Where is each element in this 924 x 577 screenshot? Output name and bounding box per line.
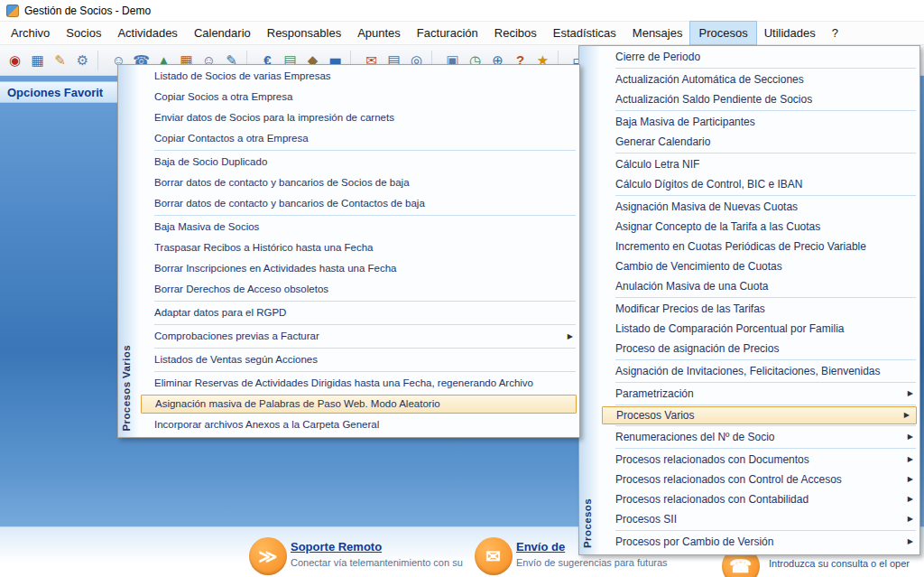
menu-item[interactable]: Enviar datos de Socios para la impresión…: [138, 107, 579, 128]
menu-item[interactable]: Generar Calendario: [599, 132, 919, 152]
menu-item[interactable]: Baja Masiva de Socios: [138, 217, 579, 237]
design-icon[interactable]: ✎: [49, 49, 71, 72]
menubar-item-actividades[interactable]: Actividades: [109, 22, 185, 44]
menu-item[interactable]: Asignación Masiva de Nuevas Cuotas: [599, 197, 919, 217]
separator: [615, 195, 916, 196]
menu-item[interactable]: Baja Masiva de Participantes: [599, 112, 919, 132]
menubar-item-procesos[interactable]: Procesos: [690, 22, 755, 44]
menu-item[interactable]: Incremento en Cuotas Periódicas de Preci…: [599, 237, 919, 256]
separator: [154, 348, 576, 349]
submenu-arrow-icon: ▶: [908, 470, 913, 489]
separator: [615, 448, 916, 449]
menubar-item-recibos[interactable]: Recibos: [486, 22, 545, 44]
menu-item[interactable]: Actualización Automática de Secciones: [599, 70, 919, 89]
menu-item[interactable]: Incorporar archivos Anexos a la Carpeta …: [138, 414, 579, 435]
menu-item[interactable]: Procesos relacionados con Contabilidad ▶: [599, 489, 919, 509]
menu-item[interactable]: Cálculo Dígitos de Control, BIC e IBAN: [599, 174, 919, 194]
menu-item[interactable]: Borrar datos de contacto y bancarios de …: [138, 193, 579, 214]
menu-item-label: Comprobaciones previas a Facturar: [154, 330, 319, 341]
menu-item-asignacion-palabras-paso[interactable]: Asignación masiva de Palabras de Paso We…: [141, 395, 577, 414]
submenu-arrow-icon: ▶: [908, 384, 913, 404]
companies-icon[interactable]: ▦: [26, 49, 49, 72]
titlebar: Gestión de Socios - Demo: [0, 0, 924, 22]
procesos-varios-submenu: Procesos Varios Listado de Socios de var…: [117, 64, 580, 438]
menubar-item-estadisticas[interactable]: Estadísticas: [545, 22, 624, 44]
window-title: Gestión de Socios - Demo: [24, 5, 151, 17]
menubar-item-archivo[interactable]: Archivo: [3, 22, 58, 44]
separator: [154, 301, 576, 302]
menu-item[interactable]: Borrar Derechos de Acceso obsoletos: [138, 279, 579, 300]
menu-item[interactable]: Baja de Socio Duplicado: [138, 152, 579, 172]
menu-item[interactable]: Copiar Contactos a otra Empresa: [138, 128, 579, 149]
menu-item-label: Procesos relacionados con Contabilidad: [615, 493, 808, 506]
menu-item[interactable]: Listado de Comparación Porcentual por Fa…: [599, 319, 919, 339]
menu-item[interactable]: Eliminar Reservas de Actividades Dirigid…: [138, 373, 579, 394]
menubar-item-calendario[interactable]: Calendario: [186, 22, 259, 44]
separator: [615, 153, 916, 154]
menu-item[interactable]: Cálculo Letra NIF: [599, 154, 919, 174]
settings-icon[interactable]: ⚙: [71, 49, 94, 72]
send-suggestions-icon[interactable]: ✉: [475, 537, 513, 575]
menu-item-procesos-varios[interactable]: Procesos Varios ▶: [602, 406, 917, 424]
menu-item[interactable]: Procesos relacionados con Control de Acc…: [599, 470, 919, 489]
menu-item[interactable]: Procesos relacionados con Documentos ▶: [599, 450, 919, 470]
remote-support-icon[interactable]: ≫: [249, 537, 287, 575]
menu-item[interactable]: Procesos SII ▶: [599, 509, 919, 529]
submenu-arrow-icon: ▶: [908, 509, 913, 529]
separator: [154, 215, 576, 216]
menu-item[interactable]: Procesos por Cambio de Versión ▶: [599, 532, 919, 552]
submenu-strip: Procesos Varios: [118, 65, 138, 437]
menu-item[interactable]: Proceso de asignación de Precios: [599, 339, 919, 358]
menu-item[interactable]: Copiar Socios a otra Empresa: [138, 87, 579, 107]
separator: [615, 110, 916, 111]
menu-item[interactable]: Asignar Concepto de la Tarifa a las Cuot…: [599, 217, 919, 237]
menubar-item-mensajes[interactable]: Mensajes: [624, 22, 691, 44]
submenu-arrow-icon: ▶: [908, 532, 913, 552]
exit-icon[interactable]: ◉: [4, 49, 26, 72]
separator: [615, 359, 916, 360]
menu-item-label: Parametrización: [615, 387, 694, 400]
menu-item[interactable]: Anulación Masiva de una Cuota: [599, 276, 919, 296]
menu-item[interactable]: Actualización Saldo Pendiente de Socios: [599, 89, 919, 109]
separator: [615, 68, 916, 69]
menubar-item-apuntes[interactable]: Apuntes: [349, 22, 409, 44]
menu-item-label: Procesos SII: [615, 513, 677, 526]
app-icon: [6, 5, 19, 17]
menu-item-parametrizacion[interactable]: Parametrización ▶: [599, 384, 919, 404]
menu-item[interactable]: Modificar Precios de las Tarifas: [599, 299, 919, 319]
menu-item-comprobaciones[interactable]: Comprobaciones previas a Facturar ▶: [138, 326, 579, 347]
send-suggestions-desc: Envío de sugerencias para futuras: [516, 557, 746, 569]
menu-item[interactable]: Borrar Inscripciones en Actividades hast…: [138, 258, 579, 279]
menu-item[interactable]: Cierre de Periodo: [599, 47, 919, 67]
menu-item-label: Procesos por Cambio de Versión: [615, 535, 773, 548]
operator-support-desc: Introduzca su consulta o el oper: [769, 558, 922, 570]
submenu-strip-label: Procesos Varios: [121, 345, 132, 432]
submenu-arrow-icon: ▶: [908, 427, 913, 447]
separator: [615, 297, 916, 298]
submenu-arrow-icon: ▶: [908, 450, 913, 470]
menu-item[interactable]: Cambio de Vencimiento de Cuotas: [599, 256, 919, 276]
menubar: Archivo Socios Actividades Calendario Re…: [0, 22, 924, 45]
menubar-item-utilidades[interactable]: Utilidades: [756, 22, 824, 44]
procesos-menu-strip-label: Procesos: [582, 498, 593, 548]
menu-item[interactable]: Borrar datos de contacto y bancarios de …: [138, 172, 579, 193]
submenu-arrow-icon: ▶: [904, 407, 910, 423]
menu-item[interactable]: Asignación de Invitaciones, Felicitacion…: [599, 361, 919, 381]
menubar-item-facturacion[interactable]: Facturación: [409, 22, 486, 44]
submenu-arrow-icon: ▶: [568, 326, 573, 347]
menu-item[interactable]: Adaptar datos para el RGPD: [138, 302, 579, 323]
menu-item[interactable]: Listados de Ventas según Acciones: [138, 349, 579, 370]
procesos-menu: Procesos Cierre de Periodo Actualización…: [578, 45, 920, 555]
menu-item[interactable]: Renumeraciones del Nº de Socio ▶: [599, 427, 919, 447]
separator: [154, 324, 576, 325]
menu-item[interactable]: Listado de Socios de varias Empresas: [138, 66, 579, 87]
remote-support-link[interactable]: Soporte Remoto: [291, 540, 382, 554]
menu-item[interactable]: Traspasar Recibos a Histórico hasta una …: [138, 237, 579, 258]
send-suggestions-link[interactable]: Envío de: [516, 540, 565, 554]
menu-item-label: Procesos relacionados con Control de Acc…: [615, 473, 842, 486]
menubar-item-help[interactable]: ?: [824, 22, 846, 44]
separator: [615, 425, 916, 426]
menubar-item-responsables[interactable]: Responsables: [259, 22, 349, 44]
menubar-item-socios[interactable]: Socios: [58, 22, 109, 44]
separator: [615, 405, 916, 405]
